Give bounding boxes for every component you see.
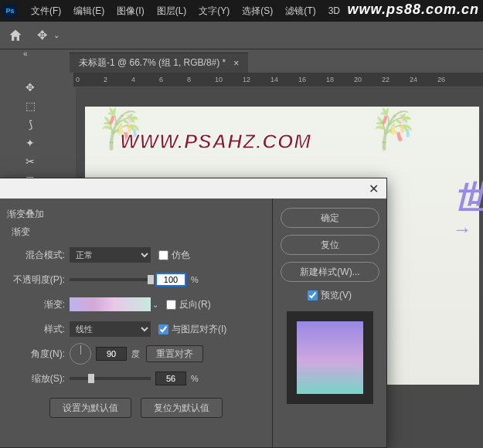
- opacity-slider[interactable]: [70, 278, 151, 281]
- ruler-tick: 0: [73, 76, 101, 83]
- blend-mode-select[interactable]: 正常: [70, 247, 151, 263]
- chevron-down-icon[interactable]: ⌄: [152, 300, 158, 309]
- ok-button[interactable]: 确定: [281, 208, 379, 228]
- close-icon[interactable]: ✕: [369, 182, 379, 196]
- ruler-tick: 24: [407, 76, 435, 83]
- photoshop-icon[interactable]: Ps: [3, 4, 17, 18]
- gradient-picker[interactable]: [70, 297, 151, 311]
- opacity-unit: %: [191, 275, 199, 284]
- ruler-tick: 8: [185, 76, 213, 83]
- ruler-tick: 16: [296, 76, 324, 83]
- move-tool-icon[interactable]: ✥: [37, 28, 47, 42]
- canvas-text-psahz: WWW.PSAHZ.COM: [120, 130, 311, 154]
- scale-label: 缩放(S):: [7, 372, 65, 385]
- crop-tool[interactable]: ✂: [20, 153, 40, 170]
- layer-style-dialog: ✕ 渐变叠加 渐变 混合模式: 正常 仿色 不透明度(P): % 渐变: ⌄: [0, 178, 387, 448]
- dialog-controls: 渐变叠加 渐变 混合模式: 正常 仿色 不透明度(P): % 渐变: ⌄ 反向(…: [0, 199, 272, 447]
- preview-checkbox[interactable]: [308, 290, 318, 300]
- menu-layer[interactable]: 图层(L): [151, 5, 193, 18]
- marquee-tool[interactable]: ⬚: [20, 97, 40, 114]
- panel-expand-icon[interactable]: «: [23, 49, 28, 58]
- tab-label: 未标题-1 @ 66.7% (组 1, RGB/8#) *: [79, 56, 226, 70]
- reset-default-button[interactable]: 复位为默认值: [141, 398, 223, 418]
- move-tool[interactable]: ✥: [20, 79, 40, 96]
- section-title: 渐变叠加: [7, 208, 264, 221]
- ruler-tick: 2: [101, 76, 129, 83]
- make-default-button[interactable]: 设置为默认值: [49, 398, 131, 418]
- align-label: 与图层对齐(I): [172, 323, 226, 336]
- scale-input[interactable]: [155, 372, 186, 385]
- menu-edit[interactable]: 编辑(E): [67, 5, 111, 18]
- reset-align-button[interactable]: 重置对齐: [146, 345, 203, 362]
- angle-label: 角度(N):: [7, 348, 65, 361]
- angle-dial[interactable]: [70, 343, 91, 365]
- lasso-tool[interactable]: ⟆: [20, 116, 40, 133]
- ruler-tick: 10: [213, 76, 240, 83]
- gradient-label: 渐变:: [7, 298, 65, 311]
- canvas-arrow-icon: →: [453, 219, 471, 240]
- preview-swatch: [287, 311, 373, 404]
- menu-file[interactable]: 文件(F): [25, 5, 67, 18]
- document-tab[interactable]: 未标题-1 @ 66.7% (组 1, RGB/8#) * ×: [70, 53, 248, 73]
- menu-type[interactable]: 文字(Y): [192, 5, 236, 18]
- dither-label: 仿色: [172, 249, 190, 262]
- ruler-tick: 4: [129, 76, 157, 83]
- ruler-tick: 12: [240, 76, 268, 83]
- preview-label: 预览(V): [321, 289, 352, 302]
- reverse-checkbox[interactable]: [166, 300, 176, 310]
- dialog-titlebar[interactable]: ✕: [0, 178, 386, 199]
- menu-3d[interactable]: 3D: [322, 5, 346, 16]
- ruler-tick: 14: [268, 76, 296, 83]
- horizontal-ruler: 0 2 4 6 8 10 12 14 16 18 20 22 24 26: [73, 73, 483, 87]
- angle-unit: 度: [131, 348, 140, 360]
- ruler-tick: 26: [435, 76, 463, 83]
- bamboo-graphic: 🎋: [369, 107, 417, 151]
- tab-close-icon[interactable]: ×: [233, 58, 239, 69]
- options-bar: ✥ ⌄: [0, 22, 483, 49]
- menu-bar: Ps 文件(F) 编辑(E) 图像(I) 图层(L) 文字(Y) 选择(S) 滤…: [0, 0, 483, 22]
- reset-button[interactable]: 复位: [281, 235, 379, 255]
- canvas-text-purple: 世: [454, 176, 483, 219]
- gradient-preview: [297, 321, 363, 394]
- dialog-side-panel: 确定 复位 新建样式(W)... 预览(V): [272, 199, 386, 447]
- scale-slider[interactable]: [70, 377, 151, 380]
- ruler-tick: 6: [157, 76, 185, 83]
- blend-mode-label: 混合模式:: [7, 249, 65, 262]
- opacity-input[interactable]: [155, 273, 186, 287]
- ruler-tick: 18: [324, 76, 352, 83]
- dither-checkbox[interactable]: [158, 250, 168, 260]
- scale-unit: %: [191, 374, 199, 383]
- style-label: 样式:: [7, 323, 65, 336]
- ruler-tick: 22: [379, 76, 407, 83]
- style-select[interactable]: 线性: [70, 321, 151, 337]
- magic-wand-tool[interactable]: ✦: [20, 134, 40, 151]
- menu-image[interactable]: 图像(I): [111, 5, 150, 18]
- align-checkbox[interactable]: [158, 324, 168, 334]
- section-subtitle: 渐变: [12, 226, 264, 239]
- home-icon[interactable]: [8, 28, 23, 43]
- chevron-down-icon[interactable]: ⌄: [53, 31, 60, 39]
- new-style-button[interactable]: 新建样式(W)...: [281, 262, 379, 282]
- document-tabs: 未标题-1 @ 66.7% (组 1, RGB/8#) * ×: [0, 49, 483, 73]
- angle-input[interactable]: [96, 347, 127, 361]
- opacity-label: 不透明度(P):: [7, 273, 65, 287]
- ruler-tick: 20: [352, 76, 379, 83]
- reverse-label: 反向(R): [179, 298, 211, 311]
- menu-select[interactable]: 选择(S): [236, 5, 279, 18]
- menu-filter[interactable]: 滤镜(T): [279, 5, 321, 18]
